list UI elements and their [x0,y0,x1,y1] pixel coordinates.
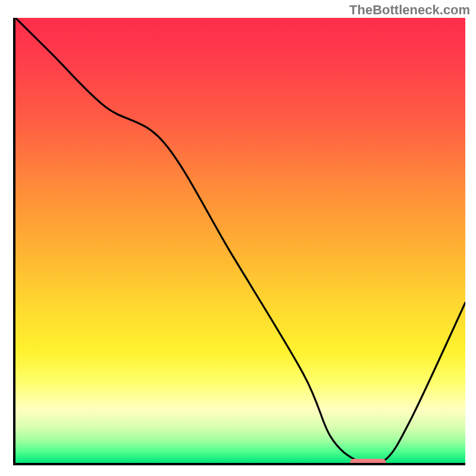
plot-area [13,18,465,465]
optimal-marker [350,459,386,465]
chart-container: TheBottleneck.com [0,0,476,476]
curve-line [15,18,465,463]
attribution-label: TheBottleneck.com [349,2,470,18]
